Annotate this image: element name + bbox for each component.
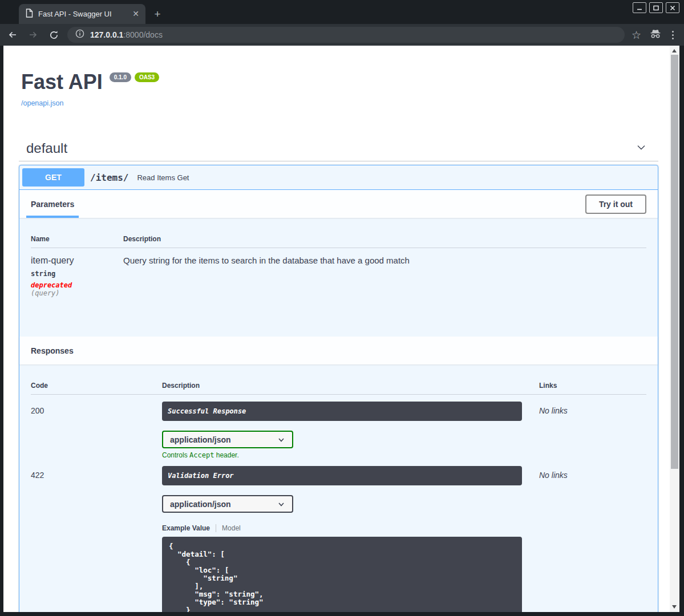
response-row-200: 200 Successful Response application/json… [31,402,646,459]
tab-example-value[interactable]: Example Value [162,524,216,532]
response-links: No links [539,466,646,612]
responses-header: Responses [19,337,658,364]
new-tab-button[interactable]: + [152,9,163,20]
openapi-spec-link[interactable]: /openapi.json [21,99,63,107]
media-type-select-422[interactable]: application/json [162,495,293,513]
col-header-code: Code [31,382,162,390]
browser-titlebar: Fast API - Swagger UI ✕ + [0,0,684,24]
responses-body: Code Description Links 200 Successful Re… [19,364,658,612]
scrollbar-up-icon[interactable] [672,49,677,52]
response-code: 200 [31,402,162,459]
site-info-icon[interactable] [75,29,84,40]
forward-button[interactable] [25,27,41,43]
window-maximize-button[interactable] [649,2,663,13]
try-it-out-button[interactable]: Try it out [585,194,646,214]
chevron-down-icon[interactable] [636,141,647,155]
url-host: 127.0.0.1 [90,30,123,39]
page-scrollbar[interactable] [670,46,679,612]
tag-section-header[interactable]: default [19,136,658,161]
response-code: 422 [31,466,162,612]
col-header-name: Name [31,235,123,243]
oas3-badge: OAS3 [135,72,159,82]
method-get-button: GET [22,168,84,187]
response-description-panel: Validation Error [162,466,522,485]
browser-menu-icon[interactable] [670,31,676,39]
api-title: Fast API [21,70,103,94]
col-header-description: Description [123,235,161,243]
window-minimize-button[interactable] [633,2,646,13]
page-content: Fast API 0.1.0 OAS3 /openapi.json defaul… [3,46,670,612]
col-header-links: Links [539,382,646,390]
parameter-type: string [31,270,123,278]
incognito-icon [649,29,662,41]
response-row-422: 422 Validation Error application/json Ex… [31,466,646,612]
parameter-deprecated-flag: deprecated [31,281,123,289]
url-path: :8000/docs [123,30,163,39]
parameters-header: Parameters Try it out [19,190,658,218]
version-badge: 0.1.0 [110,72,131,82]
media-type-select-200[interactable]: application/json [162,431,293,448]
accept-header-note: Controls Accept header. [162,451,539,459]
select-chevron-icon [277,500,285,508]
window-close-button[interactable] [666,2,679,13]
operation-summary[interactable]: GET /items/ Read Items Get [19,165,658,190]
response-links: No links [539,402,646,459]
tag-name: default [26,140,67,156]
api-info: Fast API 0.1.0 OAS3 /openapi.json [19,46,658,108]
parameter-name: item-query [31,256,123,266]
operation-path: /items/ [90,172,128,183]
col-header-res-description: Description [162,382,539,390]
example-json-block[interactable]: { "detail": [ { "loc": [ "string" ], "ms… [162,537,522,612]
scrollbar-down-icon[interactable] [672,605,677,609]
scrollbar-thumb[interactable] [671,55,678,469]
parameter-description: Query string for the items to search in … [123,256,646,297]
tab-model[interactable]: Model [216,524,241,532]
select-chevron-icon [277,436,285,444]
address-bar[interactable]: 127.0.0.1:8000/docs [67,27,625,43]
responses-title: Responses [31,346,74,355]
opblock-get-items: GET /items/ Read Items Get Parameters Tr… [19,165,658,612]
parameter-location: (query) [31,289,123,297]
bookmark-star-icon[interactable]: ☆ [632,30,641,40]
back-button[interactable] [5,27,21,43]
response-description-panel: Successful Response [162,402,522,421]
browser-tab[interactable]: Fast API - Swagger UI ✕ [19,4,145,24]
page-favicon-icon [25,9,33,20]
reload-button[interactable] [46,27,62,43]
parameter-row: item-query string deprecated (query) Que… [31,248,646,297]
tab-title: Fast API - Swagger UI [38,10,131,18]
tab-parameters[interactable]: Parameters [31,190,74,218]
tab-close-icon[interactable]: ✕ [131,9,141,19]
operation-summary-text: Read Items Get [137,173,189,182]
browser-toolbar: 127.0.0.1:8000/docs ☆ [0,24,684,46]
parameters-body: Name Description item-query string depre… [19,218,658,337]
